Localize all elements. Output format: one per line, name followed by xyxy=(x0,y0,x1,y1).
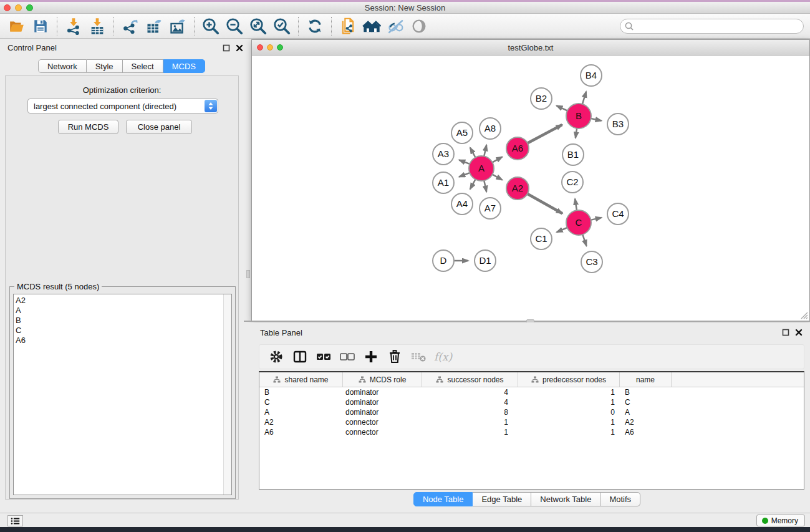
zoom-out-icon[interactable] xyxy=(223,16,246,37)
first-neighbors-icon[interactable] xyxy=(360,16,383,37)
graph-edge-A-A7[interactable] xyxy=(484,180,486,192)
tab-select[interactable]: Select xyxy=(123,59,163,73)
column-header-successor-nodes[interactable]: successor nodes xyxy=(422,372,518,387)
graph-node-A7[interactable]: A7 xyxy=(480,198,501,219)
column-header-predecessor-nodes[interactable]: predecessor nodes xyxy=(518,372,620,387)
graph-node-A4[interactable]: A4 xyxy=(451,193,473,215)
hide-selected-icon[interactable] xyxy=(383,16,407,37)
search-input[interactable] xyxy=(620,19,804,34)
new-network-from-selection-icon[interactable] xyxy=(336,16,360,37)
graph-edge-C-C3[interactable] xyxy=(582,233,587,246)
graph-node-A8[interactable]: A8 xyxy=(480,118,501,139)
split-table-view-icon[interactable] xyxy=(289,347,311,367)
deselect-all-checkboxes-icon[interactable] xyxy=(337,347,358,367)
column-settings-gear-icon[interactable] xyxy=(266,347,287,367)
table-row[interactable]: Bdominator41B xyxy=(259,387,804,397)
tab-network-table[interactable]: Network Table xyxy=(531,492,600,506)
graph-edge-A6-B[interactable] xyxy=(526,125,562,143)
tab-network[interactable]: Network xyxy=(38,59,87,73)
export-table-icon[interactable] xyxy=(142,16,166,37)
run-mcds-button[interactable]: Run MCDS xyxy=(58,120,118,134)
zoom-fit-icon[interactable] xyxy=(246,16,270,37)
tab-style[interactable]: Style xyxy=(87,59,123,73)
result-list-item[interactable]: A xyxy=(16,306,221,316)
tab-mcds[interactable]: MCDS xyxy=(163,59,205,73)
table-row[interactable]: Adominator80A xyxy=(259,407,804,417)
graph-node-C1[interactable]: C1 xyxy=(531,228,552,249)
graph-edge-C-C2[interactable] xyxy=(575,199,577,212)
graph-node-C2[interactable]: C2 xyxy=(562,172,583,193)
zoom-in-icon[interactable] xyxy=(199,16,223,37)
delete-column-icon[interactable] xyxy=(384,347,405,367)
graph-edge-C-C1[interactable] xyxy=(557,227,569,232)
network-canvas[interactable]: B4B2BB3A5A8A6B1A3AA1C2A2A4A7C4CC1C3DD1 xyxy=(252,56,809,321)
vertical-splitter-handle[interactable] xyxy=(246,270,250,278)
function-builder-icon[interactable]: f(x) xyxy=(432,351,452,363)
zoom-selected-icon[interactable] xyxy=(270,16,294,37)
close-panel-icon[interactable] xyxy=(236,44,243,52)
close-panel-icon[interactable] xyxy=(795,329,803,336)
float-panel-icon[interactable] xyxy=(223,44,230,52)
graph-node-A5[interactable]: A5 xyxy=(451,122,473,143)
graph-edge-A-A8[interactable] xyxy=(484,145,486,157)
show-all-icon[interactable] xyxy=(407,16,431,37)
column-header-shared-name[interactable]: shared name xyxy=(259,372,343,387)
refresh-icon[interactable] xyxy=(303,16,327,37)
open-session-icon[interactable] xyxy=(5,16,29,37)
graph-node-B2[interactable]: B2 xyxy=(531,88,552,109)
graph-edge-A-A3[interactable] xyxy=(459,160,471,165)
tab-motifs[interactable]: Motifs xyxy=(600,492,640,506)
export-network-icon[interactable] xyxy=(118,16,142,37)
graph-node-D[interactable]: D xyxy=(433,250,454,271)
delete-table-icon[interactable] xyxy=(408,347,429,367)
graph-node-A6[interactable]: A6 xyxy=(506,137,529,160)
graph-node-C3[interactable]: C3 xyxy=(581,251,602,273)
graph-node-B[interactable]: B xyxy=(566,104,591,128)
result-list-item[interactable]: C xyxy=(16,326,221,336)
result-list-item[interactable]: A2 xyxy=(16,296,221,306)
graph-edge-B-B4[interactable] xyxy=(582,92,586,105)
search-icon xyxy=(624,21,634,31)
graph-node-B1[interactable]: B1 xyxy=(562,144,584,165)
result-list-item[interactable]: B xyxy=(16,316,221,326)
criterion-dropdown[interactable]: largest connected component (directed) xyxy=(27,99,218,114)
import-network-icon[interactable] xyxy=(62,16,85,37)
graph-node-A3[interactable]: A3 xyxy=(433,143,454,165)
graph-node-A[interactable]: A xyxy=(469,156,494,181)
close-panel-button[interactable]: Close panel xyxy=(126,120,192,134)
graph-node-A1[interactable]: A1 xyxy=(433,172,454,193)
tab-node-table[interactable]: Node Table xyxy=(413,492,473,506)
float-panel-icon[interactable] xyxy=(782,329,789,336)
table-row[interactable]: A2connector11A2 xyxy=(259,417,804,427)
graph-node-B3[interactable]: B3 xyxy=(607,114,629,135)
graph-node-A2[interactable]: A2 xyxy=(506,177,529,200)
network-window-titlebar[interactable]: testGlobe.txt xyxy=(252,40,809,56)
graph-edge-A-A6[interactable] xyxy=(491,157,503,163)
graph-node-C4[interactable]: C4 xyxy=(607,203,629,225)
save-session-icon[interactable] xyxy=(29,16,52,37)
table-cell: dominator xyxy=(343,387,422,397)
import-table-icon[interactable] xyxy=(85,16,109,37)
graph-edge-A-A2[interactable] xyxy=(491,174,503,180)
result-list-scrollbar[interactable] xyxy=(223,294,231,495)
tab-edge-table[interactable]: Edge Table xyxy=(473,492,531,506)
graph-edge-A2-C[interactable] xyxy=(526,193,562,213)
mcds-result-list[interactable]: A2ABCA6 xyxy=(13,294,232,495)
graph-node-B4[interactable]: B4 xyxy=(581,65,602,86)
graph-node-D1[interactable]: D1 xyxy=(475,250,496,271)
shared-column-icon xyxy=(359,376,366,383)
column-header-name[interactable]: name xyxy=(620,372,672,387)
export-image-icon[interactable] xyxy=(166,16,190,37)
select-all-checkboxes-icon[interactable] xyxy=(313,347,334,367)
memory-button[interactable]: Memory xyxy=(756,515,805,526)
graph-node-C[interactable]: C xyxy=(566,210,591,235)
table-row[interactable]: Cdominator41C xyxy=(259,397,804,407)
add-column-icon[interactable] xyxy=(360,347,382,367)
graph-edge-A-A1[interactable] xyxy=(459,172,471,177)
table-row[interactable]: A6connector11A6 xyxy=(259,427,804,437)
graph-edge-B-B2[interactable] xyxy=(556,105,568,111)
task-history-button[interactable] xyxy=(7,515,23,526)
result-list-item[interactable]: A6 xyxy=(16,336,221,346)
column-header-MCDS-role[interactable]: MCDS role xyxy=(343,372,422,387)
window-resize-grip[interactable] xyxy=(799,311,808,319)
